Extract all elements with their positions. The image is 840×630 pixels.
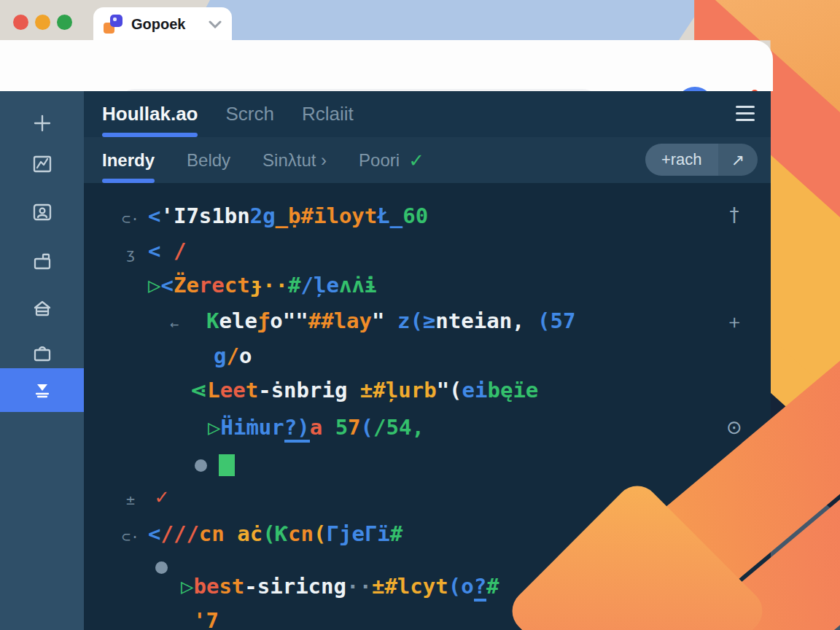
code-token: ? — [474, 574, 486, 602]
code-line — [84, 449, 771, 478]
close-window-button[interactable] — [13, 15, 28, 30]
code-tokens: ⋖Leet-ṡnbrig ±#ļurb"(eibęïe — [190, 376, 538, 405]
code-token: ⋖ — [190, 378, 207, 402]
code-token: ( — [449, 378, 462, 402]
code-token: ≥ — [423, 308, 435, 333]
sidebar-item-add[interactable] — [0, 103, 84, 144]
code-token: < — [148, 238, 174, 263]
gutter-icon[interactable]: ⊂· — [122, 204, 139, 233]
code-token: /ļe — [301, 273, 339, 298]
code-tokens: ▷best-siricng··±#lcyt(o?# — [181, 572, 499, 601]
gutter-icon[interactable]: ← — [170, 309, 179, 338]
code-token: ei — [462, 378, 488, 402]
window-traffic-lights — [13, 15, 72, 30]
code-tokens: '7 — [193, 606, 219, 630]
code-token: ( — [361, 415, 373, 440]
subnav-tab-poori-label: Poori — [359, 150, 400, 171]
browser-tab[interactable]: Gopoek — [93, 7, 232, 41]
code-token: /// — [160, 521, 198, 546]
code-token: ?) — [284, 415, 310, 443]
code-line: ⊂·<'I7s1bn2g_ḅ#īloytŁ_60 — [84, 201, 771, 230]
code-token: / — [174, 238, 186, 263]
track-button-label[interactable]: +rach — [645, 144, 718, 176]
code-token: ΓjeΓï — [327, 521, 390, 546]
gutter-icon[interactable]: ʒ — [126, 239, 135, 268]
code-token: 5 — [322, 415, 348, 440]
sidebar-item-projects[interactable] — [0, 241, 84, 282]
header-tab-rclaiit[interactable]: Rclaiit — [302, 91, 354, 137]
chevron-down-icon[interactable] — [209, 20, 222, 28]
subnav-tab-sintut[interactable]: Sinλtut › — [262, 137, 327, 183]
code-token: ʌ̇ʌ̇ɨ — [339, 273, 377, 298]
code-line: ▷<Z̈erectɟ··#/ļeʌ̇ʌ̇ɨ — [84, 271, 771, 300]
code-tokens: <///cn aċ(Ƙcn(ΓjeΓï# — [148, 519, 402, 548]
code-token: z( — [397, 308, 423, 333]
briefcase-icon — [31, 251, 53, 273]
code-token: 60 — [402, 203, 428, 228]
code-tokens: ▷<Z̈erectɟ··#/ļeʌ̇ʌ̇ɨ — [148, 271, 377, 300]
app-sidebar — [0, 91, 84, 630]
code-token: < — [148, 203, 160, 228]
sidebar-item-contacts[interactable] — [0, 192, 84, 233]
code-token: < — [148, 521, 160, 546]
gutter-icon[interactable]: ⊂· — [122, 522, 139, 551]
gutter-icon[interactable]: ± — [126, 485, 135, 514]
code-tokens: <'I7s1bn2g_ḅ#īloytŁ_60 — [148, 201, 428, 230]
code-token: -siricng — [244, 574, 346, 599]
code-tokens: Keleƒo""##lay" z(≥nteian, (57 — [206, 306, 575, 335]
sidebar-item-charts[interactable] — [0, 144, 84, 184]
code-token: o — [239, 343, 252, 368]
code-tokens: g/o — [214, 341, 252, 370]
subnav-tab-beldy[interactable]: Beldy — [187, 137, 230, 183]
plane-plus-icon[interactable]: ＋ — [723, 309, 746, 335]
code-token: ±#ļurb — [360, 378, 437, 402]
code-tokens: ▷Ḧiṁur?)a 57(/54, — [208, 413, 424, 442]
code-token: /54, — [373, 415, 424, 440]
code-token: # — [390, 521, 402, 546]
header-tab-houllak[interactable]: Houllak.ao — [102, 91, 198, 137]
sidebar-item-inbox[interactable] — [0, 288, 84, 329]
browser-toolbar: Fendıobıs ·t//ɟy — [0, 40, 773, 91]
code-token: K — [206, 308, 219, 333]
track-split-button[interactable]: +rach ↗ — [645, 144, 758, 176]
send-icon[interactable]: † — [723, 204, 746, 226]
minimize-window-button[interactable] — [35, 15, 50, 30]
code-token: ·· — [346, 574, 372, 599]
code-token: ( — [448, 574, 461, 599]
code-token: ✓ — [155, 484, 168, 509]
code-line: ʒ< / — [84, 236, 771, 265]
code-token: nteian, — [435, 308, 524, 333]
code-token: t — [246, 378, 258, 402]
code-token: st — [219, 574, 244, 599]
zoom-window-button[interactable] — [57, 15, 72, 30]
code-token: _ḅ#īloyt — [276, 203, 378, 228]
code-token: ele — [219, 308, 257, 333]
check-icon: ✓ — [408, 149, 424, 171]
panel-header: Houllak.ao Scrch Rclaiit — [84, 91, 771, 137]
funnel-boat-icon — [31, 378, 54, 402]
chart-image-icon — [31, 153, 53, 175]
target-icon[interactable]: ⊙ — [723, 416, 746, 438]
code-line: ←Keleƒo""##lay" z(≥nteian, (57 — [84, 306, 771, 335]
code-token: ( — [314, 521, 326, 546]
subnav-tab-poori[interactable]: Poori ✓ — [359, 137, 424, 183]
code-token: ƒ — [257, 308, 270, 333]
code-token: ▷ — [148, 273, 160, 298]
hamburger-icon[interactable] — [736, 106, 755, 121]
code-token: bęïe — [487, 378, 538, 402]
bag-icon — [31, 343, 53, 365]
code-token: g — [214, 343, 226, 368]
code-token: Ƙ — [276, 521, 288, 546]
home-inbox-icon — [31, 298, 53, 319]
code-token: Z̈e — [174, 273, 199, 298]
arrow-up-right-icon[interactable]: ↗ — [718, 144, 758, 176]
code-token: Ḧiṁur — [220, 415, 284, 440]
header-tab-scrch[interactable]: Scrch — [225, 91, 273, 137]
code-line: ⋖Leet-ṡnbrig ±#ļurb"(eibęïe — [84, 376, 771, 405]
code-token: ee — [220, 378, 246, 402]
subnav-tab-inerdy[interactable]: Inerdy — [102, 137, 155, 183]
code-token: ct — [225, 273, 250, 298]
sidebar-item-active[interactable] — [0, 368, 84, 412]
code-token: < — [160, 273, 173, 298]
cursor-block — [219, 454, 235, 476]
